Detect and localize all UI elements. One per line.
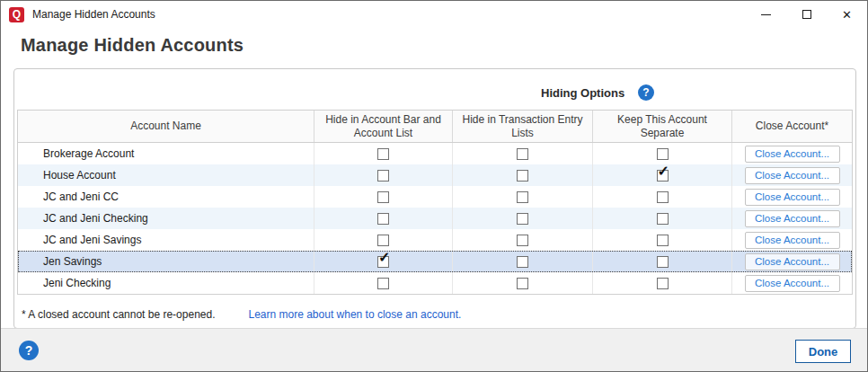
window-controls: ✕: [746, 1, 867, 28]
table-row[interactable]: Jen Savings ✓ ✓ ✓ Close Account...: [18, 251, 852, 272]
table-row[interactable]: JC and Jeni Checking ✓ ✓ ✓ Close Account…: [18, 208, 852, 229]
minimize-button[interactable]: [746, 1, 786, 28]
hide-in-transaction-lists-checkbox[interactable]: ✓: [517, 278, 528, 289]
account-name: House Account: [18, 164, 314, 186]
close-account-button[interactable]: Close Account...: [745, 189, 840, 206]
column-header-hide-account-bar: Hide in Account Bar and Account List: [314, 111, 452, 142]
column-header-close-account: Close Account*: [731, 111, 852, 142]
checkmark-icon: ✓: [658, 164, 669, 179]
account-name: JC and Jeni Checking: [18, 208, 314, 229]
hidden-accounts-panel: Hiding Options ? Account Name Hide in Ac…: [13, 68, 856, 329]
maximize-icon: [802, 10, 811, 19]
keep-account-separate-checkbox[interactable]: ✓: [657, 191, 669, 203]
hide-in-account-bar-checkbox[interactable]: ✓: [377, 256, 389, 268]
table-row[interactable]: JC and Jeni Savings ✓ ✓ ✓ Close Account.…: [18, 229, 852, 251]
table-body: Brokerage Account ✓ ✓ ✓ Close Account...…: [18, 143, 852, 294]
close-account-button[interactable]: Close Account...: [745, 253, 840, 270]
table-row[interactable]: House Account ✓ ✓ ✓ Close Account...: [18, 164, 852, 186]
hide-in-transaction-lists-checkbox[interactable]: ✓: [517, 148, 528, 160]
quicken-logo-icon: Q: [9, 7, 24, 22]
bottom-bar: ? Done: [1, 328, 867, 371]
table-row[interactable]: Jeni Checking ✓ ✓ ✓ Close Account...: [18, 272, 852, 294]
hiding-options-label: Hiding Options: [541, 86, 624, 100]
checkmark-icon: ✓: [378, 251, 390, 265]
title-bar: Q Manage Hidden Accounts ✕: [1, 1, 867, 28]
hide-in-transaction-lists-checkbox[interactable]: ✓: [517, 191, 528, 203]
done-button[interactable]: Done: [795, 340, 851, 363]
minimize-icon: [761, 14, 771, 15]
close-account-button[interactable]: Close Account...: [745, 210, 840, 227]
close-account-button[interactable]: Close Account...: [745, 232, 840, 249]
maximize-button[interactable]: [786, 1, 827, 28]
hide-in-account-bar-checkbox[interactable]: ✓: [377, 235, 389, 246]
keep-account-separate-checkbox[interactable]: ✓: [657, 148, 669, 160]
hide-in-transaction-lists-checkbox[interactable]: ✓: [517, 256, 528, 268]
hiding-options-help-icon[interactable]: ?: [638, 84, 654, 101]
dialog-help-icon[interactable]: ?: [19, 341, 39, 360]
close-account-button[interactable]: Close Account...: [745, 146, 840, 163]
account-name: JC and Jeni CC: [18, 186, 314, 208]
column-header-account-name: Account Name: [18, 111, 314, 142]
column-header-keep-separate: Keep This Account Separate: [592, 111, 731, 142]
window-title: Manage Hidden Accounts: [32, 8, 155, 21]
close-account-button[interactable]: Close Account...: [745, 275, 840, 292]
keep-account-separate-checkbox[interactable]: ✓: [657, 170, 669, 182]
closed-account-note: * A closed account cannot be re-opened.: [22, 308, 216, 321]
keep-account-separate-checkbox[interactable]: ✓: [657, 278, 669, 289]
table-header-row: Account Name Hide in Account Bar and Acc…: [18, 111, 852, 143]
table-row[interactable]: Brokerage Account ✓ ✓ ✓ Close Account...: [18, 143, 852, 164]
table-row[interactable]: JC and Jeni CC ✓ ✓ ✓ Close Account...: [18, 186, 852, 208]
account-name: Jeni Checking: [18, 272, 314, 294]
accounts-table: Account Name Hide in Account Bar and Acc…: [17, 110, 853, 295]
close-account-button[interactable]: Close Account...: [745, 167, 840, 184]
hide-in-account-bar-checkbox[interactable]: ✓: [377, 170, 389, 182]
account-name: Brokerage Account: [18, 143, 314, 164]
manage-hidden-accounts-dialog: Q Manage Hidden Accounts ✕ Manage Hidden…: [0, 0, 868, 372]
keep-account-separate-checkbox[interactable]: ✓: [657, 256, 669, 268]
learn-more-link[interactable]: Learn more about when to close an accoun…: [249, 308, 462, 321]
hide-in-transaction-lists-checkbox[interactable]: ✓: [517, 235, 528, 246]
column-header-hide-transaction: Hide in Transaction Entry Lists: [452, 111, 592, 142]
close-icon: ✕: [842, 9, 852, 21]
hide-in-account-bar-checkbox[interactable]: ✓: [377, 213, 389, 225]
hide-in-transaction-lists-checkbox[interactable]: ✓: [517, 170, 528, 182]
panel-footer: * A closed account cannot be re-opened. …: [22, 308, 461, 321]
keep-account-separate-checkbox[interactable]: ✓: [657, 235, 669, 246]
hide-in-account-bar-checkbox[interactable]: ✓: [377, 191, 389, 203]
hide-in-account-bar-checkbox[interactable]: ✓: [377, 278, 389, 289]
close-button[interactable]: ✕: [827, 1, 867, 28]
account-name: Jen Savings: [18, 251, 314, 272]
hide-in-transaction-lists-checkbox[interactable]: ✓: [517, 213, 528, 225]
page-title: Manage Hidden Accounts: [21, 35, 244, 56]
account-name: JC and Jeni Savings: [18, 229, 314, 251]
hide-in-account-bar-checkbox[interactable]: ✓: [377, 148, 389, 160]
keep-account-separate-checkbox[interactable]: ✓: [657, 213, 669, 225]
